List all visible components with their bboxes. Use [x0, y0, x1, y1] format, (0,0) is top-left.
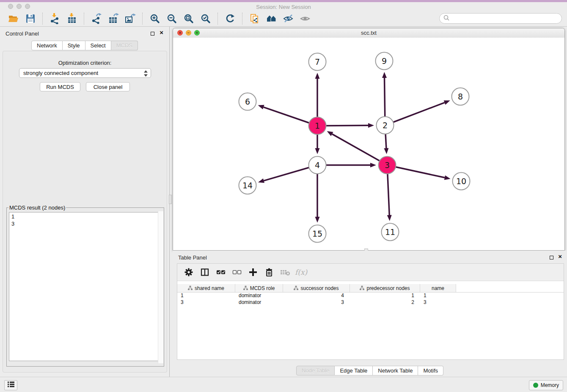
tab-node-table[interactable]: Node Table	[296, 366, 335, 375]
table-cell[interactable]: 3	[283, 299, 350, 305]
network-view-window: × − + scc.txt 7968124314101511	[173, 28, 565, 251]
delete-table-icon[interactable]	[279, 266, 292, 279]
table-toolbar: f(x)	[177, 264, 564, 281]
function-builder-icon[interactable]: f(x)	[295, 266, 307, 279]
svg-text:7: 7	[315, 57, 320, 66]
graph-edge-2-8[interactable]	[385, 102, 445, 125]
refresh-icon[interactable]	[224, 12, 237, 25]
mcds-result-text[interactable]: 1 3	[9, 212, 162, 361]
task-history-button[interactable]	[4, 380, 17, 390]
column-header-shared-name[interactable]: shared name	[177, 284, 235, 292]
task-history-icon	[6, 380, 16, 391]
table-panel-title: Table Panel	[178, 254, 207, 261]
network-canvas[interactable]: 7968124314101511	[173, 38, 564, 250]
export-network-icon[interactable]	[90, 12, 103, 25]
mcds-result-group: MCDS result (2 nodes) 1 3	[6, 204, 164, 367]
deselect-all-icon[interactable]	[231, 266, 243, 279]
mcds-result-scrollbar[interactable]	[158, 211, 163, 363]
table-cell[interactable]: 2	[350, 299, 420, 305]
svg-text:14: 14	[242, 181, 253, 190]
svg-text:6: 6	[245, 97, 250, 106]
zoom-in-icon[interactable]	[149, 12, 161, 25]
run-mcds-button[interactable]: Run MCDS	[40, 82, 80, 91]
network-window-titlebar[interactable]: × − + scc.txt	[173, 28, 564, 38]
svg-text:15: 15	[312, 229, 322, 238]
table-cell[interactable]: 3	[420, 299, 456, 305]
clone-network-icon[interactable]	[248, 12, 261, 25]
svg-text:10: 10	[456, 177, 466, 186]
column-header-mcds-role[interactable]: MCDS role	[235, 284, 283, 292]
export-table-icon[interactable]	[107, 12, 120, 25]
tab-select[interactable]: Select	[85, 41, 111, 50]
first-neighbors-icon[interactable]	[265, 12, 278, 25]
mcds-panel-body: Optimization criterion: strongly connect…	[3, 51, 167, 373]
memory-label: Memory	[541, 382, 559, 388]
table-header-row: shared name MCDS role successor nodes pr…	[177, 284, 564, 293]
show-graphics-details-icon[interactable]	[299, 12, 312, 25]
control-panel: Control Panel × Network Style Select MCD…	[0, 27, 170, 377]
tab-edge-table[interactable]: Edge Table	[335, 366, 373, 375]
toolbar-separator	[42, 13, 43, 25]
search-field[interactable]	[439, 13, 562, 24]
hide-graphics-details-icon[interactable]	[282, 12, 295, 25]
svg-text:9: 9	[382, 56, 387, 66]
show-columns-icon[interactable]	[198, 266, 211, 279]
float-panel-icon[interactable]	[151, 32, 154, 36]
search-input[interactable]	[450, 15, 561, 22]
tab-mcds[interactable]: MCDS	[111, 41, 138, 50]
table-cell[interactable]: 4	[283, 293, 350, 298]
table-cell[interactable]: 1	[177, 293, 235, 298]
splitter-grip[interactable]	[169, 195, 172, 204]
svg-text:4: 4	[315, 160, 320, 170]
table-cell[interactable]: dominator	[235, 299, 283, 305]
table-row[interactable]: 3dominator323	[177, 299, 564, 306]
table-settings-icon[interactable]	[182, 266, 195, 279]
toolbar-separator	[217, 13, 218, 25]
table-row[interactable]: 1dominator411	[177, 292, 564, 299]
svg-text:8: 8	[458, 92, 463, 101]
import-network-icon[interactable]	[49, 12, 61, 25]
svg-text:3: 3	[385, 160, 390, 170]
table-cell[interactable]: 1	[350, 293, 420, 298]
table-cell[interactable]: 3	[177, 299, 235, 305]
export-image-icon[interactable]	[124, 12, 137, 25]
zoom-selected-icon[interactable]	[199, 12, 212, 25]
graph-edge-3-1[interactable]	[332, 134, 387, 165]
svg-text:2: 2	[383, 121, 388, 130]
tab-network-table[interactable]: Network Table	[373, 366, 418, 375]
open-session-icon[interactable]	[7, 12, 20, 25]
save-session-icon[interactable]	[24, 12, 37, 25]
status-bar: Memory	[0, 377, 567, 392]
tab-motifs[interactable]: Motifs	[418, 366, 443, 375]
control-panel-tabs: Network Style Select MCDS	[31, 41, 138, 50]
search-icon	[443, 14, 450, 23]
tab-style[interactable]: Style	[63, 41, 85, 50]
column-header-predecessor-nodes[interactable]: predecessor nodes	[350, 284, 420, 292]
toolbar-separator	[142, 13, 143, 25]
import-table-icon[interactable]	[66, 12, 78, 25]
memory-button[interactable]: Memory	[529, 380, 563, 390]
select-stepper-icon	[143, 70, 148, 78]
delete-column-icon[interactable]	[263, 266, 275, 279]
network-graph[interactable]: 7968124314101511	[173, 38, 564, 250]
column-header-name[interactable]: name	[420, 284, 456, 292]
svg-text:1: 1	[315, 121, 320, 130]
float-table-panel-icon[interactable]	[550, 256, 553, 259]
zoom-out-icon[interactable]	[165, 12, 178, 25]
column-header-filler	[456, 284, 564, 292]
tab-network[interactable]: Network	[31, 41, 63, 50]
create-column-icon[interactable]	[247, 266, 259, 279]
close-panel-icon[interactable]: ×	[160, 29, 163, 36]
session-title: Session: New Session	[0, 4, 567, 10]
close-table-panel-icon[interactable]: ×	[558, 253, 562, 260]
table-cell[interactable]: dominator	[235, 293, 283, 298]
column-header-successor-nodes[interactable]: successor nodes	[283, 284, 350, 292]
node-table-container: f(x) shared name MCDS role successor nod…	[177, 263, 564, 360]
criterion-select[interactable]: strongly connected component	[19, 68, 151, 78]
toolbar-separator	[242, 13, 243, 25]
zoom-fit-icon[interactable]	[182, 12, 195, 25]
select-all-icon[interactable]	[215, 266, 227, 279]
close-panel-button[interactable]: Close panel	[86, 82, 130, 91]
optimization-criterion-label: Optimization criterion:	[3, 60, 167, 66]
table-cell[interactable]: 1	[420, 293, 456, 298]
